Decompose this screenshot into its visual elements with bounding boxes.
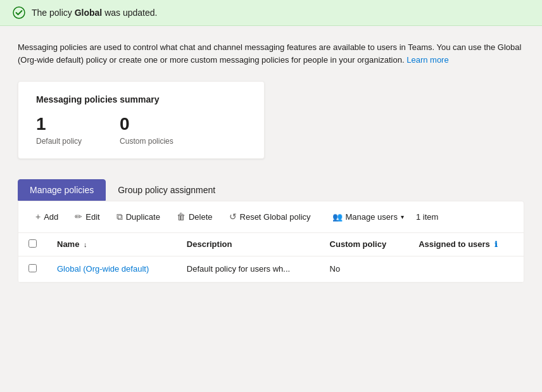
summary-card: Messaging policies summary 1 Default pol… [18,81,265,159]
data-table: Name ↓ Description Custom policy Assigne… [18,233,524,282]
delete-button[interactable]: 🗑 Delete [170,208,220,225]
item-count: 1 item [416,212,438,222]
manage-users-icon: 👥 [332,212,343,222]
duplicate-button[interactable]: ⧉ Duplicate [110,208,167,226]
manage-users-button[interactable]: 👥 Manage users ▾ [325,208,411,225]
default-policy-label: Default policy [36,137,82,146]
add-button[interactable]: + Add [28,208,65,225]
sort-icon: ↓ [84,241,87,248]
description-text: Messaging policies are used to control w… [18,41,524,66]
custom-policy-cell: No [320,256,409,282]
toolbar: + Add ✏ Edit ⧉ Duplicate 🗑 Delete ↺ Rese… [18,201,524,233]
select-all-checkbox[interactable] [28,239,37,248]
success-icon [13,6,25,19]
chevron-down-icon: ▾ [401,213,404,220]
row-checkbox[interactable] [28,264,37,272]
edit-button[interactable]: ✏ Edit [68,208,106,225]
custom-policy-column-header: Custom policy [320,233,409,256]
svg-point-0 [13,7,25,18]
reset-icon: ↺ [229,212,237,222]
delete-icon: 🗑 [177,212,186,222]
edit-icon: ✏ [75,212,82,222]
default-policy-count: 1 [36,115,82,134]
checkbox-header [18,233,47,256]
learn-more-link[interactable]: Learn more [406,55,448,65]
policy-name: Global [75,8,103,18]
summary-stats: 1 Default policy 0 Custom policies [36,115,246,146]
description-cell: Default policy for users wh... [177,256,320,282]
duplicate-icon: ⧉ [117,212,123,222]
table-row: Global (Org-wide default) Default policy… [18,256,524,282]
summary-title: Messaging policies summary [36,94,246,104]
custom-policies-label: Custom policies [120,137,173,146]
assigned-users-column-header: Assigned to users ℹ [408,233,524,256]
success-message: The policy Global was updated. [32,8,157,18]
policy-name-link[interactable]: Global (Org-wide default) [57,264,149,274]
reset-global-policy-button[interactable]: ↺ Reset Global policy [222,208,318,225]
stat-default-policy: 1 Default policy [36,115,82,146]
name-column-header[interactable]: Name ↓ [47,233,177,256]
tabs-container: Manage policies Group policy assignment [18,179,524,201]
add-icon: + [35,212,41,222]
name-cell[interactable]: Global (Org-wide default) [47,256,177,282]
assigned-users-info-icon[interactable]: ℹ [495,240,498,249]
tab-manage-policies[interactable]: Manage policies [18,179,106,201]
assigned-users-cell [408,256,524,282]
table-area: + Add ✏ Edit ⧉ Duplicate 🗑 Delete ↺ Rese… [18,201,524,283]
custom-policies-count: 0 [120,115,173,134]
stat-custom-policies: 0 Custom policies [120,115,173,146]
tab-group-policy-assignment[interactable]: Group policy assignment [106,179,227,201]
row-checkbox-cell[interactable] [18,256,47,282]
description-column-header: Description [177,233,320,256]
table-header-row: Name ↓ Description Custom policy Assigne… [18,233,524,256]
main-content: Messaging policies are used to control w… [0,26,542,298]
success-banner: The policy Global was updated. [0,0,542,26]
